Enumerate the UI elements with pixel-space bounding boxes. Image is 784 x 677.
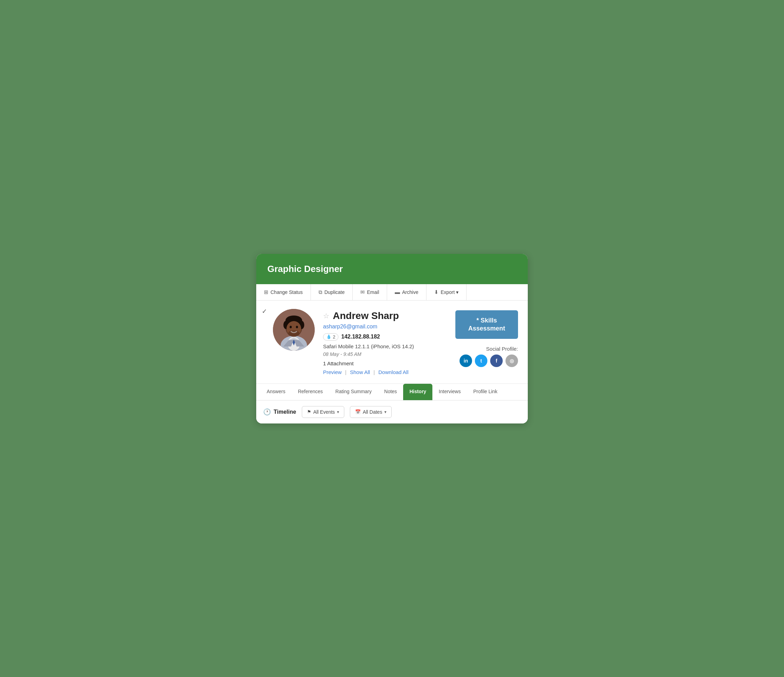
social-profile-label: Social Profile: <box>486 346 518 352</box>
svg-point-11 <box>288 330 299 336</box>
job-title: Graphic Designer <box>268 264 516 274</box>
timeline-label: 🕐 Timeline <box>263 408 296 416</box>
ip-badge: 💧 2 <box>323 333 338 341</box>
skills-assessment-button[interactable]: * SkillsAssessment <box>455 310 518 339</box>
events-dropdown-label: All Events <box>313 409 335 415</box>
export-button[interactable]: ⬇ Export ▾ <box>426 284 467 300</box>
dates-dropdown-label: All Dates <box>363 409 382 415</box>
ip-row: 💧 2 142.182.88.182 <box>323 333 440 341</box>
duplicate-button[interactable]: ⧉ Duplicate <box>311 284 353 300</box>
svg-point-10 <box>296 325 298 328</box>
browser-info: Safari Mobile 12.1.1 (iPhone, iOS 14.2) <box>323 343 440 349</box>
duplicate-icon: ⧉ <box>319 289 322 295</box>
tab-rating-summary[interactable]: Rating Summary <box>329 384 378 400</box>
tabs-section: Answers References Rating Summary Notes … <box>256 384 528 400</box>
ip-address: 142.182.88.182 <box>341 334 380 340</box>
tabs-bar: Answers References Rating Summary Notes … <box>256 384 528 400</box>
tab-references[interactable]: References <box>292 384 329 400</box>
download-all-link[interactable]: Download All <box>378 369 409 375</box>
favorite-star-icon[interactable]: ☆ <box>323 312 329 320</box>
archive-icon: ▬ <box>395 289 400 295</box>
email-button[interactable]: ✉ Email <box>353 284 387 300</box>
profile-section: ✓ <box>256 300 528 384</box>
export-icon: ⬇ <box>434 289 439 295</box>
change-status-button[interactable]: ⊞ Change Status <box>256 284 311 300</box>
twitter-icon[interactable]: t <box>475 355 487 367</box>
calendar-icon: 📅 <box>355 409 361 414</box>
ip-count: 2 <box>333 334 335 339</box>
profile-info: ☆ Andrew Sharp asharp26@gmail.com 💧 2 14… <box>323 309 440 375</box>
toolbar: ⊞ Change Status ⧉ Duplicate ✉ Email ▬ Ar… <box>256 284 528 300</box>
tab-notes[interactable]: Notes <box>378 384 403 400</box>
timeline-text: Timeline <box>274 409 296 415</box>
skills-panel: * SkillsAssessment Social Profile: in t … <box>448 309 518 367</box>
timeline-section: 🕐 Timeline ⚑ All Events ▾ 📅 All Dates ▾ <box>256 400 528 423</box>
flag-icon: ⚑ <box>307 409 311 414</box>
archive-button[interactable]: ▬ Archive <box>387 284 426 300</box>
checkbox-area: ✓ <box>262 308 267 315</box>
svg-point-9 <box>289 325 292 328</box>
card-header: Graphic Designer <box>256 254 528 284</box>
candidate-name: Andrew Sharp <box>333 310 399 321</box>
archive-label: Archive <box>402 289 418 295</box>
name-row: ☆ Andrew Sharp <box>323 310 440 321</box>
date-info: 08 May - 9:45 AM <box>323 352 440 357</box>
attachment-count: 1 Attachment <box>323 360 440 366</box>
duplicate-label: Duplicate <box>325 289 345 295</box>
checkmark-icon[interactable]: ✓ <box>262 308 267 315</box>
main-card: Graphic Designer ⊞ Change Status ⧉ Dupli… <box>256 254 528 423</box>
change-status-icon: ⊞ <box>264 289 268 295</box>
chevron-down-icon-2: ▾ <box>384 409 386 414</box>
all-dates-dropdown[interactable]: 📅 All Dates ▾ <box>350 406 392 418</box>
preview-link[interactable]: Preview <box>323 369 342 375</box>
social-profile: Social Profile: in t f ◎ <box>459 346 518 367</box>
export-label: Export ▾ <box>441 289 459 295</box>
change-status-label: Change Status <box>271 289 303 295</box>
drop-icon: 💧 <box>326 334 331 339</box>
tab-profile-link[interactable]: Profile Link <box>467 384 503 400</box>
attachment-links: Preview | Show All | Download All <box>323 369 440 375</box>
separator-1: | <box>345 369 346 375</box>
email-label: Email <box>367 289 379 295</box>
linkedin-icon[interactable]: in <box>459 355 472 367</box>
show-all-link[interactable]: Show All <box>350 369 370 375</box>
chevron-down-icon: ▾ <box>337 409 339 414</box>
candidate-email[interactable]: asharp26@gmail.com <box>323 324 440 330</box>
separator-2: | <box>373 369 375 375</box>
clock-icon: 🕐 <box>263 408 271 416</box>
avatar <box>273 309 315 351</box>
tab-history[interactable]: History <box>403 384 432 400</box>
email-icon: ✉ <box>360 289 365 295</box>
tab-answers[interactable]: Answers <box>260 384 292 400</box>
tab-interviews[interactable]: Interviews <box>432 384 467 400</box>
social-icons-row: in t f ◎ <box>459 355 518 367</box>
all-events-dropdown[interactable]: ⚑ All Events ▾ <box>302 406 344 418</box>
instagram-icon[interactable]: ◎ <box>506 355 518 367</box>
facebook-icon[interactable]: f <box>490 355 503 367</box>
